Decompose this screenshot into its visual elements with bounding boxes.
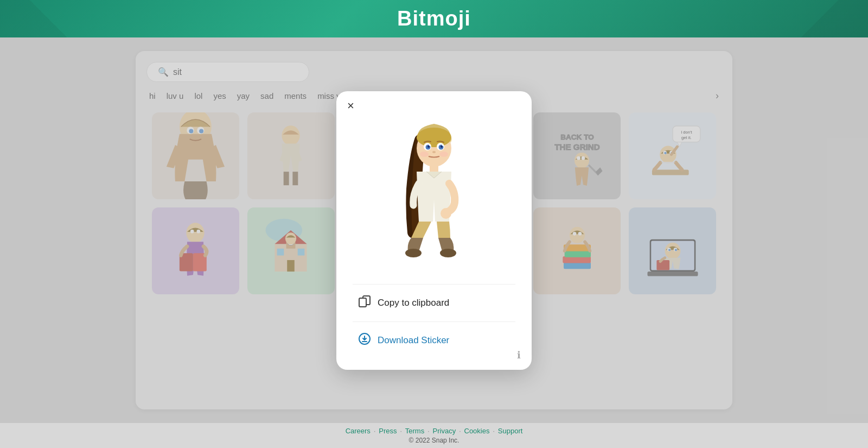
- page-wrapper: Bitmoji 🔍 sit hi luv u lol yes yay sad m…: [0, 0, 868, 448]
- download-sticker-button[interactable]: Download Sticker: [353, 325, 515, 356]
- footer-cookies[interactable]: Cookies: [464, 427, 490, 435]
- svg-point-101: [439, 152, 448, 157]
- svg-point-97: [405, 249, 422, 257]
- download-icon: [358, 332, 371, 349]
- modal-overlay[interactable]: ×: [0, 37, 868, 423]
- footer-support[interactable]: Support: [498, 427, 523, 435]
- footer: Careers · Press · Terms · Privacy · Cook…: [0, 423, 868, 448]
- page-title: Bitmoji: [397, 7, 471, 30]
- footer-privacy[interactable]: Privacy: [433, 427, 456, 435]
- svg-point-99: [441, 208, 451, 219]
- footer-copyright: © 2022 Snap Inc.: [409, 437, 459, 444]
- svg-point-100: [420, 152, 429, 157]
- footer-press[interactable]: Press: [379, 427, 397, 435]
- svg-rect-96: [430, 165, 438, 173]
- modal: ×: [336, 91, 532, 370]
- copy-clipboard-label: Copy to clipboard: [378, 298, 449, 308]
- svg-point-95: [432, 151, 436, 153]
- info-icon[interactable]: ℹ: [517, 349, 521, 361]
- download-sticker-label: Download Sticker: [378, 335, 449, 346]
- footer-links: Careers · Press · Terms · Privacy · Cook…: [346, 427, 523, 435]
- content-wrapper: 🔍 sit hi luv u lol yes yay sad ments mis…: [0, 37, 868, 423]
- copy-clipboard-button[interactable]: Copy to clipboard: [353, 287, 515, 319]
- svg-point-94: [442, 145, 443, 146]
- svg-point-93: [429, 145, 430, 146]
- clipboard-icon: [358, 295, 371, 311]
- modal-close-button[interactable]: ×: [347, 100, 354, 112]
- modal-divider-2: [353, 321, 515, 322]
- svg-point-86: [417, 128, 451, 147]
- footer-careers[interactable]: Careers: [346, 427, 371, 435]
- svg-rect-103: [359, 298, 366, 307]
- footer-terms[interactable]: Terms: [405, 427, 424, 435]
- header: Bitmoji: [0, 0, 868, 37]
- modal-divider-1: [353, 284, 515, 285]
- svg-point-98: [440, 249, 456, 257]
- modal-sticker-area: [363, 108, 505, 270]
